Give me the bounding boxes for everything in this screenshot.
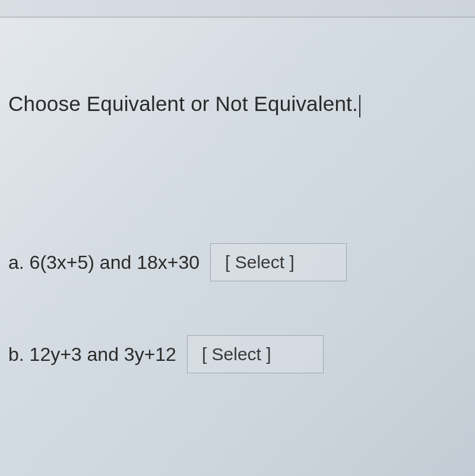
expression-a: a. 6(3x+5) and 18x+30	[8, 252, 200, 274]
expr-a-text: 6(3x+5) and 18x+30	[30, 252, 200, 273]
label-a: a.	[8, 252, 24, 273]
expr-b-text: 12y+3 and 3y+12	[30, 344, 176, 365]
content-area: Choose Equivalent or Not Equivalent. a. …	[0, 18, 475, 476]
text-cursor	[359, 95, 360, 118]
question-row-b: b. 12y+3 and 3y+12 [ Select ]	[8, 335, 324, 373]
heading-text: Choose Equivalent or Not Equivalent.	[8, 92, 358, 115]
question-heading: Choose Equivalent or Not Equivalent.	[8, 92, 360, 116]
question-row-a: a. 6(3x+5) and 18x+30 [ Select ]	[8, 243, 347, 281]
select-a-placeholder: [ Select ]	[225, 252, 294, 272]
label-b: b.	[8, 344, 24, 365]
expression-b: b. 12y+3 and 3y+12	[8, 344, 176, 366]
select-b-placeholder: [ Select ]	[202, 344, 271, 364]
select-dropdown-a[interactable]: [ Select ]	[210, 243, 347, 281]
select-dropdown-b[interactable]: [ Select ]	[187, 335, 324, 373]
